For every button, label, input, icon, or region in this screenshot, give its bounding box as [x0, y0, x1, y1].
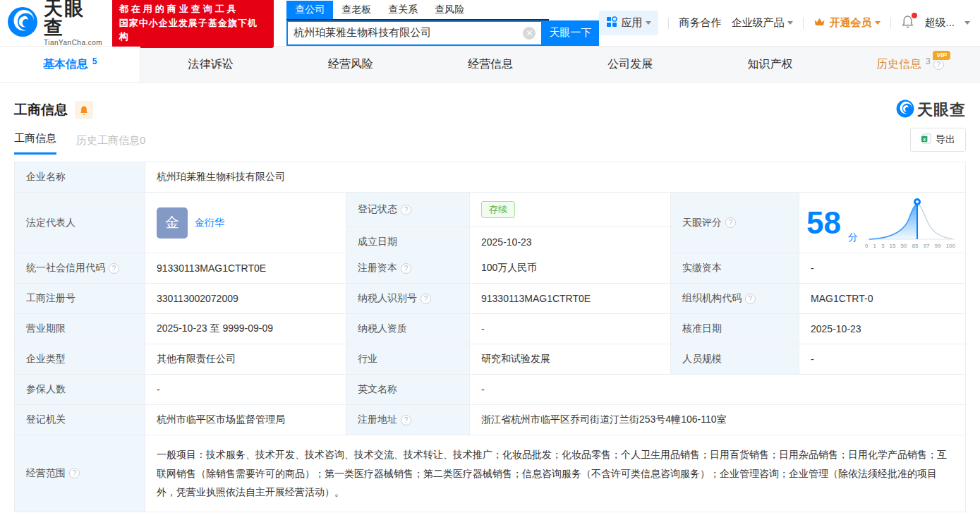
field-label: 营业期限 — [15, 314, 145, 344]
insured-count-value: - — [145, 375, 346, 404]
search-tab-boss[interactable]: 查老板 — [333, 1, 380, 19]
tab-history-info[interactable]: VIP 历史信息 3 ? — [840, 47, 980, 82]
table-row: 法定代表人 金 金衍华 登记状态 ? 存续 成立日期 2025-10-2 — [15, 193, 965, 253]
menu-open-vip[interactable]: 开通会员 — [813, 16, 881, 30]
field-label: 参保人数 — [15, 375, 145, 404]
tianyancha-logo[interactable]: 天眼查 TianYanCha.com — [7, 0, 105, 47]
subscribe-bell-icon[interactable] — [75, 101, 93, 119]
help-icon[interactable]: ? — [421, 294, 431, 304]
tab-development-label: 公司发展 — [607, 57, 653, 72]
search-box: ✕ — [286, 20, 541, 46]
tab-company-development[interactable]: 公司发展 — [560, 47, 700, 82]
help-icon[interactable]: ? — [109, 263, 119, 274]
business-term-value: 2025-10-23 至 9999-09-09 — [145, 314, 346, 344]
help-icon[interactable]: ? — [401, 263, 411, 274]
tab-risk-label: 经营风险 — [328, 57, 373, 72]
tab-operating-info[interactable]: 经营信息 — [421, 47, 560, 82]
score-chart-ticks: 0131550859799100 — [865, 243, 955, 249]
tab-legal-proceedings[interactable]: 法律诉讼 — [140, 47, 280, 82]
search-tab-risk[interactable]: 查风险 — [426, 1, 473, 19]
top-menu: 应用 商务合作 企业级产品 开通会员 — [599, 11, 970, 35]
org-code-label: 组织机构代码 — [682, 292, 742, 305]
help-icon[interactable]: ? — [69, 468, 80, 478]
subtab-history-business-info[interactable]: 历史工商信息0 — [76, 134, 145, 155]
score-distribution-chart[interactable]: 0131550859799100 — [865, 197, 957, 249]
promo-line2: 国家中小企业发展子基金旗下机构 — [119, 16, 267, 44]
org-code-value: MAG1CTRT-0 — [799, 284, 965, 313]
menu-enterprise-products[interactable]: 企业级产品 — [731, 16, 793, 30]
search-tab-company[interactable]: 查公司 — [286, 1, 333, 19]
divider — [890, 18, 891, 29]
tab-opinfo-label: 经营信息 — [468, 57, 513, 72]
export-button[interactable]: x 导出 — [910, 128, 966, 152]
table-row: 工商注册号 330113002072009 纳税人识别号 ? 91330113M… — [15, 284, 965, 314]
taxpayer-id-value: 91330113MAG1CTRT0E — [470, 284, 671, 313]
score-value: 58 — [806, 207, 841, 239]
field-label: 组织机构代码 ? — [671, 284, 799, 313]
field-label: 注册地址 ? — [346, 405, 470, 435]
menu-enterprise-label: 企业级产品 — [731, 16, 784, 30]
export-label: 导出 — [936, 133, 955, 146]
establish-date-value: 2025-10-23 — [470, 227, 670, 257]
reg-number-value: 330113002072009 — [145, 284, 346, 313]
table-row: 经营范围 ? 一般项目：技术服务、技术开发、技术咨询、技术交流、技术转让、技术推… — [15, 435, 965, 512]
field-label: 纳税人识别号 ? — [346, 284, 470, 313]
chevron-down-icon — [646, 21, 651, 25]
search-input[interactable] — [288, 27, 523, 39]
excel-icon: x — [921, 133, 931, 146]
taxpayer-quality-value: - — [470, 314, 671, 344]
search-area: 查公司 查老板 查关系 查风险 ✕ 天眼一下 — [286, 1, 599, 46]
field-label: 英文名称 — [346, 375, 470, 404]
subtab-business-info[interactable]: 工商信息 — [14, 132, 56, 155]
field-label: 行业 — [346, 344, 470, 374]
chevron-down-icon — [964, 21, 970, 25]
table-row: 企业名称 杭州珀莱雅生物科技有限公司 — [15, 162, 965, 193]
field-label: 注册资本 ? — [346, 253, 470, 283]
tab-intellectual-property[interactable]: 知识产权 — [700, 47, 840, 82]
menu-account[interactable]: 超级... — [924, 16, 955, 30]
promo-banner[interactable]: 都在用的商业查询工具 国家中小企业发展子基金旗下机构 — [112, 0, 274, 48]
logo-title: 天眼查 — [44, 0, 105, 37]
company-name-value: 杭州珀莱雅生物科技有限公司 — [145, 162, 965, 192]
watermark-logo: 天眼查 — [896, 99, 966, 121]
section-title: 工商信息 — [14, 101, 68, 119]
field-label: 天眼评分 ? — [671, 193, 799, 253]
avatar: 金 — [157, 207, 188, 239]
field-label: 企业名称 — [15, 162, 145, 192]
help-icon[interactable]: ? — [745, 294, 756, 304]
status-date-stack: 登记状态 ? 存续 成立日期 2025-10-23 — [346, 193, 671, 253]
credit-code-value: 91330113MAG1CTRT0E — [145, 253, 346, 283]
taxpayer-id-label: 纳税人识别号 — [358, 292, 417, 305]
reg-address-label: 注册地址 — [358, 414, 397, 426]
menu-apps[interactable]: 应用 — [599, 11, 658, 35]
score-unit: 分 — [848, 231, 858, 244]
table-row: 统一社会信用代码 ? 91330113MAG1CTRT0E 注册资本 ? 100… — [15, 253, 965, 284]
reg-address-value: 浙江省杭州市临平区乔司街道汀兰街253号4幢106-110室 — [470, 405, 965, 435]
tab-basic-info[interactable]: 基本信息 5 — [0, 47, 140, 82]
menu-account-label: 超级... — [924, 16, 955, 30]
help-icon[interactable]: ? — [401, 415, 411, 426]
promo-line1: 都在用的商业查询工具 — [119, 2, 267, 16]
divider — [803, 18, 804, 29]
table-row: 企业类型 其他有限责任公司 行业 研究和试验发展 人员规模 - — [15, 344, 965, 375]
notification-bell[interactable] — [901, 15, 914, 32]
top-header: 天眼查 TianYanCha.com 都在用的商业查询工具 国家中小企业发展子基… — [0, 0, 980, 47]
clear-icon[interactable]: ✕ — [523, 27, 536, 40]
main-nav-tabs: 基本信息 5 法律诉讼 经营风险 经营信息 公司发展 知识产权 VIP 历史信息… — [0, 47, 980, 83]
table-row: 登记机关 杭州市临平区市场监督管理局 注册地址 ? 浙江省杭州市临平区乔司街道汀… — [15, 405, 965, 435]
search-button[interactable]: 天眼一下 — [541, 20, 599, 46]
legal-rep-link[interactable]: 金衍华 — [195, 217, 224, 229]
tab-operating-risk[interactable]: 经营风险 — [281, 47, 421, 82]
field-label: 成立日期 — [346, 227, 470, 257]
menu-biz-cooperation[interactable]: 商务合作 — [679, 16, 721, 30]
tab-history-label: 历史信息 — [876, 57, 921, 72]
help-icon[interactable]: ? — [933, 59, 944, 70]
field-label: 人员规模 — [671, 344, 799, 374]
help-icon[interactable]: ? — [725, 217, 736, 228]
help-icon[interactable]: ? — [401, 205, 411, 215]
business-scope-value: 一般项目：技术服务、技术开发、技术咨询、技术交流、技术转让、技术推广；化妆品批发… — [145, 435, 965, 512]
menu-biz-label: 商务合作 — [679, 16, 721, 30]
industry-value: 研究和试验发展 — [470, 344, 671, 374]
notification-dot — [912, 13, 917, 18]
search-tab-relation[interactable]: 查关系 — [380, 1, 426, 19]
